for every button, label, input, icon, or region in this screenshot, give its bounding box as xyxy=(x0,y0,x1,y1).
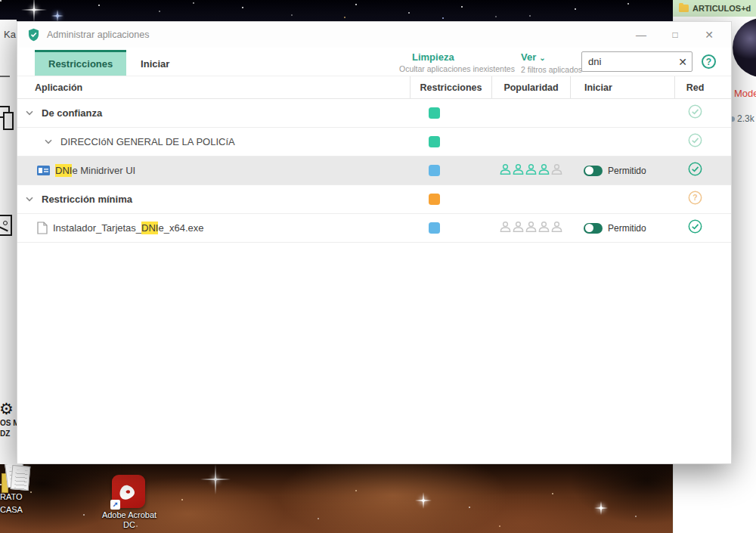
network-status-cell xyxy=(674,99,733,127)
help-icon[interactable]: ? xyxy=(702,54,716,69)
close-button[interactable]: ✕ xyxy=(703,29,715,41)
restriction-badge[interactable] xyxy=(429,194,440,205)
network-status-cell: ? xyxy=(674,185,733,213)
desktop-icon-label: RATO xyxy=(0,492,23,501)
folder-list-item[interactable]: ARTICULOS+d xyxy=(673,0,756,17)
restriction-badge[interactable] xyxy=(429,107,440,119)
popularity-cell xyxy=(491,185,570,213)
gear-icon[interactable]: ⚙ xyxy=(0,401,14,417)
iniciar-cell xyxy=(570,185,674,213)
background-window-title: Ka xyxy=(4,29,16,40)
maximize-button[interactable]: □ xyxy=(669,29,681,41)
iniciar-cell: Permitido xyxy=(570,156,674,184)
partial-icon[interactable] xyxy=(3,112,14,130)
search-input[interactable] xyxy=(582,56,674,67)
table-row-app[interactable]: DNIe Minidriver UIPermitido xyxy=(17,156,731,185)
question-status-icon: ? xyxy=(688,191,702,208)
restrictions-cell xyxy=(410,128,491,156)
network-status-cell xyxy=(674,128,733,156)
popularity-cell xyxy=(491,156,570,184)
group-label: Restricción mínima xyxy=(42,194,132,205)
iniciar-cell xyxy=(570,99,674,127)
avatar[interactable] xyxy=(733,18,756,77)
restriction-badge[interactable] xyxy=(429,222,440,234)
restriction-badge[interactable] xyxy=(429,165,440,176)
limpieza-control[interactable]: Limpieza Ocultar aplicaciones inexistent… xyxy=(399,51,515,73)
tab-iniciar[interactable]: Iniciar xyxy=(126,50,184,76)
ver-subtitle: 2 filtros aplicados xyxy=(521,65,582,74)
permitido-toggle[interactable] xyxy=(584,223,603,234)
table-row-app[interactable]: Instalador_Tarjetas_DNIe_x64.exePermitid… xyxy=(17,214,731,243)
tab-restricciones[interactable]: Restricciones xyxy=(35,50,126,76)
table-row-group[interactable]: DIRECCIóN GENERAL DE LA POLICíA xyxy=(17,128,731,156)
search-highlight: DNI xyxy=(141,222,158,234)
shortcut-arrow-icon: ➚ xyxy=(110,500,120,510)
column-header-iniciar[interactable]: Iniciar xyxy=(570,76,674,98)
folder-icon xyxy=(679,5,689,12)
restriction-badge[interactable] xyxy=(429,136,440,147)
check-status-icon xyxy=(688,104,702,122)
window-controls: — □ ✕ xyxy=(635,29,715,41)
table-row-group[interactable]: Restricción mínima? xyxy=(17,185,731,214)
column-header-aplicacion[interactable]: Aplicación xyxy=(17,76,410,98)
person-icon xyxy=(525,220,538,237)
ver-dropdown[interactable]: Ver⌄ xyxy=(521,51,582,64)
person-icon xyxy=(499,220,512,237)
permitido-toggle[interactable] xyxy=(584,166,603,176)
table-row-group[interactable]: De confianza xyxy=(17,99,731,128)
manage-applications-window: Administrar aplicaciones — □ ✕ Restricci… xyxy=(17,21,732,464)
chevron-down-icon[interactable] xyxy=(26,110,33,116)
person-icon xyxy=(538,163,550,179)
app-name-cell: Restricción mínima xyxy=(17,185,410,213)
popularity-rating xyxy=(499,163,563,179)
column-header-popularidad[interactable]: Popularidad xyxy=(491,76,570,98)
wallpaper-sky xyxy=(0,0,673,21)
app-name-cell: De confianza xyxy=(17,99,410,127)
toggle-label: Permitido xyxy=(608,166,646,176)
group-label: De confianza xyxy=(42,107,102,119)
limpieza-subtitle: Ocultar aplicaciones inexistentes xyxy=(399,64,515,73)
app-name-cell: DIRECCIóN GENERAL DE LA POLICíA xyxy=(17,128,410,156)
id-card-icon xyxy=(37,166,50,175)
desktop-icon-documents[interactable] xyxy=(2,461,33,496)
icon-label: DZ xyxy=(0,429,10,438)
check-status-icon xyxy=(688,219,702,237)
toggle-knob xyxy=(585,224,593,232)
dash-icon xyxy=(0,76,10,77)
check-status-icon xyxy=(688,133,702,150)
minimize-button[interactable]: — xyxy=(635,29,647,41)
iniciar-cell: Permitido xyxy=(570,214,674,242)
iniciar-cell xyxy=(570,128,674,156)
app-name: Instalador_Tarjetas_DNIe_x64.exe xyxy=(53,222,203,234)
search-box: ✕ xyxy=(581,51,692,72)
restrictions-cell xyxy=(410,214,491,242)
person-icon xyxy=(499,163,512,179)
tabs: Restricciones Iniciar xyxy=(35,50,184,76)
partial-icon[interactable] xyxy=(0,215,12,236)
chevron-down-icon[interactable] xyxy=(26,197,33,202)
network-status-cell xyxy=(674,156,733,184)
check-status-icon xyxy=(688,162,702,179)
search-highlight: DNI xyxy=(55,164,72,177)
titlebar: Administrar aplicaciones — □ ✕ xyxy=(17,22,731,48)
mode-label: Mode xyxy=(734,88,756,99)
popularity-rating xyxy=(499,220,563,237)
person-icon xyxy=(550,163,563,179)
ver-control[interactable]: Ver⌄ 2 filtros aplicados xyxy=(521,51,582,74)
paper-icon xyxy=(11,465,31,491)
desktop-icon-acrobat[interactable]: ➚ xyxy=(112,475,145,508)
column-header-restricciones[interactable]: Restricciones xyxy=(410,76,491,98)
stars xyxy=(0,0,2,2)
limpieza-link[interactable]: Limpieza xyxy=(412,51,515,63)
window-title: Administrar aplicaciones xyxy=(47,29,635,40)
person-icon xyxy=(538,220,550,237)
chevron-down-icon[interactable] xyxy=(45,139,52,144)
restrictions-cell xyxy=(410,156,491,184)
desktop-icon-label: CASA xyxy=(0,505,23,514)
toggle-label: Permitido xyxy=(608,223,646,234)
desktop: ARTICULOS+d Mode 2.3k Ka ⚙ OS M DZ RATO … xyxy=(0,0,756,533)
column-header-red[interactable]: Red xyxy=(674,76,733,98)
clear-search-icon[interactable]: ✕ xyxy=(674,56,692,68)
file-icon xyxy=(37,222,48,234)
person-icon xyxy=(512,163,525,179)
